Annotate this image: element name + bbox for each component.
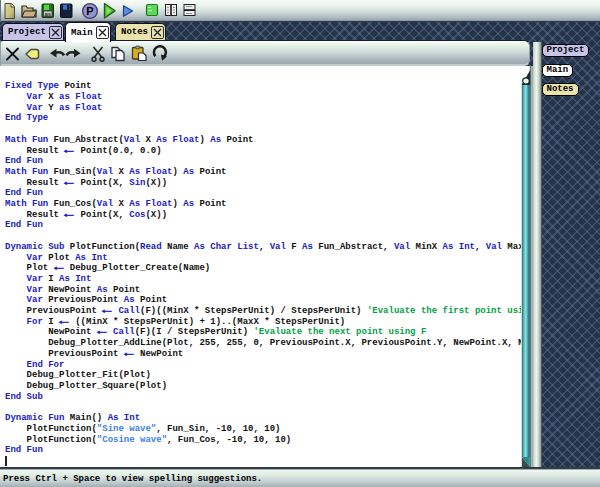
svg-text:as: as — [44, 11, 51, 17]
svg-text:P: P — [86, 5, 93, 17]
